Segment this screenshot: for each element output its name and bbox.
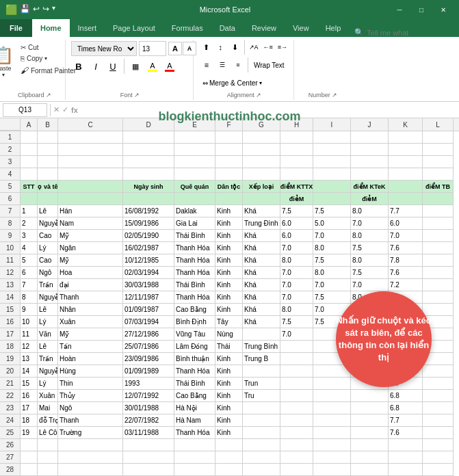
table-cell[interactable]: 7.5 [351,242,389,254]
table-cell[interactable] [243,365,280,378]
table-cell[interactable] [280,439,313,451]
table-cell[interactable] [38,144,58,156]
table-cell[interactable] [351,131,389,144]
table-cell[interactable]: Khá [243,242,280,254]
table-cell[interactable] [174,156,215,168]
table-cell[interactable]: Xuân [58,316,123,328]
table-cell[interactable]: Thủy [58,390,123,402]
table-cell[interactable] [243,451,280,464]
table-cell[interactable]: đại [58,279,123,291]
table-cell[interactable]: Khá [243,267,280,279]
table-cell[interactable] [21,439,38,451]
table-cell[interactable] [58,181,123,193]
table-cell[interactable]: 6.0 [280,217,313,230]
table-cell[interactable] [174,131,215,144]
table-cell[interactable] [313,390,351,402]
table-cell[interactable] [423,279,454,291]
table-cell[interactable]: 4 [21,242,38,254]
table-cell[interactable]: Cao Bằng [174,390,215,402]
table-cell[interactable]: Mai [38,402,58,414]
table-cell[interactable] [280,168,313,181]
table-cell[interactable]: 7.0 [351,217,389,230]
table-cell[interactable] [280,451,313,464]
table-cell[interactable]: 12/07/1992 [123,390,174,402]
table-cell[interactable]: 7.0 [280,328,313,341]
table-cell[interactable] [243,156,280,168]
table-cell[interactable] [280,144,313,156]
table-cell[interactable] [58,193,123,205]
table-cell[interactable]: STT [21,181,38,193]
table-cell[interactable]: Tấn [58,341,123,353]
table-cell[interactable] [243,131,280,144]
table-cell[interactable] [174,144,215,156]
table-cell[interactable] [174,168,215,181]
table-cell[interactable]: 7.5 [313,205,351,217]
table-cell[interactable]: 1 [21,205,38,217]
wrap-text-button[interactable]: Wrap Text [250,57,288,72]
decrease-font-button[interactable]: A [183,42,196,55]
table-cell[interactable]: Kinh [215,378,243,390]
indent-increase-button[interactable]: ≡→ [276,40,289,55]
table-cell[interactable] [351,464,389,476]
table-cell[interactable]: 9 [21,304,38,316]
table-cell[interactable]: 8.0 [280,304,313,316]
table-cell[interactable] [423,131,454,144]
table-cell[interactable]: Ngày sinh [123,181,174,193]
table-cell[interactable]: Cao [38,230,58,242]
table-cell[interactable] [123,156,174,168]
table-cell[interactable]: Trung Bình [243,341,280,353]
close-button[interactable]: ✕ [433,0,454,19]
table-cell[interactable] [38,451,58,464]
table-cell[interactable]: Xuân [38,390,58,402]
table-cell[interactable]: Trung Đình [243,217,280,230]
table-cell[interactable] [243,439,280,451]
table-cell[interactable]: Khá [243,205,280,217]
table-cell[interactable] [389,168,423,181]
table-cell[interactable]: 15/09/1986 [123,217,174,230]
table-cell[interactable]: điểM TB [423,181,454,193]
table-cell[interactable] [389,156,423,168]
table-cell[interactable]: Trường [58,427,123,439]
table-cell[interactable]: Lê Công [38,427,58,439]
table-cell[interactable] [313,168,351,181]
table-cell[interactable]: Quê quán [174,181,215,193]
tab-review[interactable]: Review [244,19,285,37]
table-cell[interactable] [280,427,313,439]
table-cell[interactable] [123,464,174,476]
table-cell[interactable]: 7.5 [313,254,351,267]
table-cell[interactable]: Kinh [215,414,243,427]
table-cell[interactable] [58,156,123,168]
table-cell[interactable]: Gia Lai [174,217,215,230]
table-cell[interactable]: 25/07/1986 [123,341,174,353]
table-cell[interactable] [174,439,215,451]
table-cell[interactable] [389,464,423,476]
table-cell[interactable] [58,144,123,156]
tab-data[interactable]: Data [211,19,244,37]
table-cell[interactable] [423,254,454,267]
table-cell[interactable] [58,439,123,451]
table-cell[interactable]: 30/03/1988 [123,279,174,291]
table-cell[interactable] [243,464,280,476]
table-cell[interactable]: 3 [21,230,38,242]
table-cell[interactable] [38,131,58,144]
table-cell[interactable] [21,451,38,464]
table-cell[interactable] [423,267,454,279]
table-cell[interactable] [38,193,58,205]
table-cell[interactable]: Tru [243,390,280,402]
table-cell[interactable]: Ngân [58,242,123,254]
table-cell[interactable]: Mỹ [58,328,123,341]
table-cell[interactable] [423,414,454,427]
table-cell[interactable] [215,168,243,181]
table-cell[interactable]: Thanh Hóa [174,254,215,267]
table-cell[interactable] [38,168,58,181]
table-cell[interactable]: Trần [38,353,58,365]
table-cell[interactable]: Khá [243,254,280,267]
table-cell[interactable]: 7.5 [313,291,351,304]
table-cell[interactable]: 5.0 [313,217,351,230]
table-cell[interactable]: điẻM [351,193,389,205]
table-cell[interactable]: Xếp loại [243,181,280,193]
table-cell[interactable] [389,131,423,144]
table-cell[interactable]: 11 [21,328,38,341]
table-cell[interactable] [423,205,454,217]
table-cell[interactable]: Trần [38,279,58,291]
